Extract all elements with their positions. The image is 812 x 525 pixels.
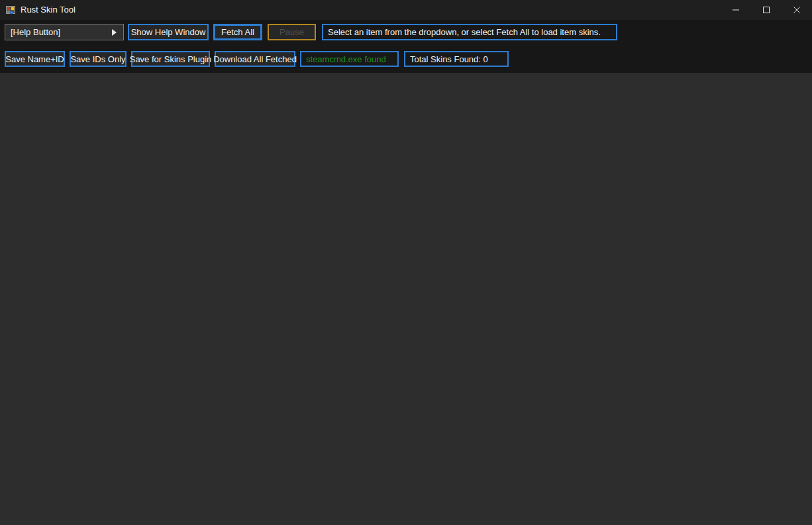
steamcmd-status-box: steamcmd.exe found — [300, 51, 399, 67]
close-icon — [793, 6, 801, 14]
help-dropdown-value: [Help Button] — [11, 27, 60, 37]
download-all-fetched-button[interactable]: Download All Fetched — [215, 51, 295, 67]
titlebar: Rust Skin Tool — [0, 0, 812, 20]
save-for-skins-plugin-button[interactable]: Save for Skins Plugin — [131, 51, 210, 67]
close-button[interactable] — [782, 0, 812, 20]
minimize-button[interactable] — [721, 0, 751, 20]
total-skins-found-box: Total Skins Found: 0 — [404, 51, 509, 67]
maximize-icon — [762, 6, 770, 14]
save-name-id-button[interactable]: Save Name+ID — [5, 51, 65, 67]
fetch-all-button[interactable]: Fetch All — [213, 24, 262, 40]
help-dropdown[interactable]: [Help Button] — [5, 24, 124, 40]
show-help-window-button[interactable]: Show Help Window — [128, 24, 209, 40]
maximize-button[interactable] — [751, 0, 782, 20]
main-content-area — [0, 73, 812, 525]
pause-button[interactable]: Pause — [268, 24, 316, 40]
save-ids-only-button[interactable]: Save IDs Only — [70, 51, 127, 67]
toolbar: [Help Button] Show Help Window Fetch All… — [0, 20, 812, 73]
app-icon — [5, 5, 16, 15]
minimize-icon — [732, 6, 740, 14]
dropdown-arrow-icon — [112, 29, 117, 36]
window-title: Rust Skin Tool — [21, 0, 76, 20]
status-message-box: Select an item from the dropdown, or sel… — [322, 24, 617, 40]
